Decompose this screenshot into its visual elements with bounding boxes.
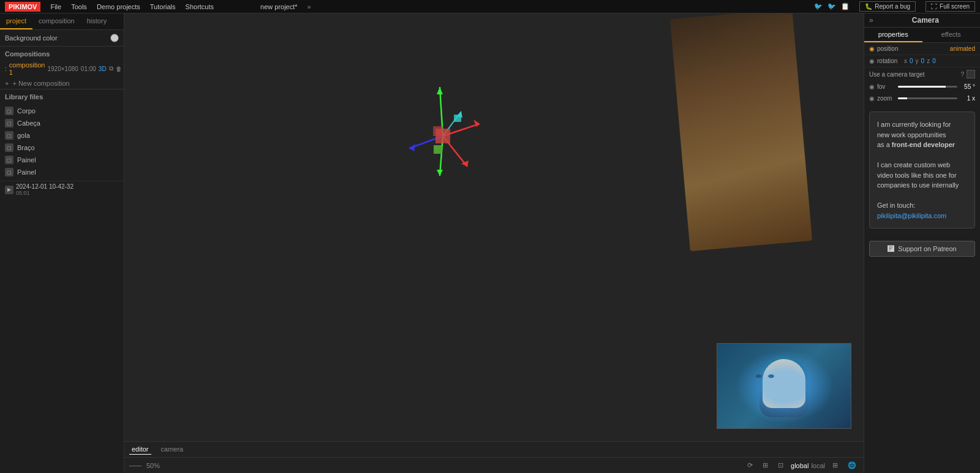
menu-tools[interactable]: Tools [71,3,87,10]
fov-slider[interactable] [898,86,957,88]
social-links: 🐦 🐦 📋 [814,2,850,10]
local-mode-button[interactable]: local [811,462,825,469]
animate-fov-icon[interactable]: ◉ [869,83,875,90]
file-item-duration: 05:01 [16,190,74,196]
new-composition-button[interactable]: + + New composition [0,78,124,89]
animate-position-icon[interactable]: ◉ [869,45,875,52]
list-item[interactable]: ▶ 2024-12-01 10-42-32 05:01 [0,181,124,198]
info-line4: I can create custom web [877,160,967,170]
position-property: ◉ position animated [864,43,980,55]
scene-object-texture [670,13,812,251]
info-contact-label: Get in touch: [877,200,967,211]
info-line5: video tools like this one for [877,170,967,181]
svg-rect-15 [454,115,461,122]
fov-row: ◉ fov 55 ° [864,81,980,93]
rotation-z-value[interactable]: 0 [932,58,936,64]
reset-view-button[interactable]: ⟳ [745,460,755,471]
animate-rotation-icon[interactable]: ◉ [869,58,875,64]
rotation-label: rotation [877,58,902,64]
info-line1: I am currently looking for [877,119,967,130]
zoom-slider[interactable] [898,97,957,99]
zoom-level: 50% [146,462,160,469]
shape-icon: ▢ [5,107,13,115]
report-bug-button[interactable]: 🐛 Report a bug [859,1,916,12]
list-item[interactable]: ▢Cabeça [0,117,124,129]
bg-color-picker[interactable] [110,34,119,42]
shape-icon: ▢ [5,131,13,140]
composition-item[interactable]: : composition 1 1920×1080 01:00 3D ⧉ 🗑 [0,59,124,78]
list-item[interactable]: ▢Painel [0,154,124,166]
list-item[interactable]: ▢Braço [0,142,124,154]
menu-file[interactable]: File [50,3,61,10]
composition-copy[interactable]: ⧉ [109,65,113,72]
tab-editor[interactable]: editor [129,444,151,455]
shape-icon: ▢ [5,119,13,127]
camera-target-checkbox[interactable] [967,70,975,78]
zoom-slider-track: —— [129,462,141,469]
menu-shortcuts[interactable]: Shortcuts [186,3,214,10]
position-label: position [877,45,902,52]
list-item[interactable]: ▢Corpo [0,105,124,117]
tab-composition[interactable]: composition [32,13,81,29]
library-label: Library files [0,89,124,102]
composition-name: composition 1 [9,61,45,76]
add-icon: + [5,80,9,87]
twitter2-icon[interactable]: 🐦 [827,2,836,10]
info-box: I am currently looking for new work oppo… [869,112,975,229]
twitter-icon[interactable]: 🐦 [814,2,823,10]
info-line2: new work opportunities [877,130,967,140]
globe-icon[interactable]: 🌐 [845,460,859,471]
transform-button[interactable]: ⊡ [775,460,786,471]
library-section: Library files ▢Corpo ▢Cabeça ▢gola ▢Braç… [0,89,124,198]
tab-camera[interactable]: camera [159,444,186,455]
grid-icon[interactable]: ⊞ [830,460,840,471]
composition-resolution: 1920×1080 [47,66,78,72]
list-item[interactable]: ▢Painel [0,166,124,178]
snap-button[interactable]: ⊞ [760,460,771,471]
info-line3: as a front-end developer [877,140,967,150]
tab-effects[interactable]: effects [922,28,981,42]
gizmo-widget [406,75,492,185]
fullscreen-button[interactable]: ⛶ Full screen [925,1,975,12]
patreon-button[interactable]: 🅿 Support on Patreon [869,241,975,257]
rotation-property: ◉ rotation x 0 y 0 z 0 [864,55,980,67]
camera-target-help[interactable]: ? [960,71,964,78]
project-title: new project* [260,3,298,10]
right-panel-header: » Camera [864,13,980,28]
global-mode-button[interactable]: global [791,462,809,469]
tab-properties[interactable]: properties [864,28,922,42]
right-panel-tabs: properties effects [864,28,980,43]
file-item-name: 2024-12-01 10-42-32 [16,183,74,190]
zoom-label: zoom [877,95,895,102]
menu-demo[interactable]: Demo projects [97,3,140,10]
camera-target-label: Use a camera target [869,71,958,78]
fov-label: fov [877,83,895,90]
video-icon: ▶ [5,186,13,194]
tab-history[interactable]: history [81,13,113,29]
collapse-button[interactable]: » [307,3,311,10]
menu-tutorials[interactable]: Tutorials [150,3,176,10]
animate-zoom-icon[interactable]: ◉ [869,95,875,102]
svg-rect-13 [433,126,443,136]
info-contact-email[interactable]: pikilipita@pikilipita.com [877,211,967,221]
camera-target-row: Use a camera target ? [864,67,980,81]
file-name: Painel [17,168,36,176]
fullscreen-icon: ⛶ [931,3,937,10]
list-item[interactable]: ▢gola [0,129,124,142]
composition-dimension: 3D [99,66,107,72]
topbar: PIKIMOV File Tools Demo projects Tutoria… [0,0,980,13]
svg-rect-14 [434,145,442,154]
canvas-area[interactable] [124,13,864,441]
position-animated-badge: animated [950,45,975,52]
reddit-icon[interactable]: 📋 [841,2,850,10]
rotation-y-value[interactable]: 0 [921,58,925,64]
composition-delete[interactable]: 🗑 [116,66,122,72]
rotation-x-value[interactable]: 0 [910,58,913,64]
info-line3-bold: front-end developer [892,141,955,148]
info-line6: companies to use internally [877,180,967,191]
zoom-row: ◉ zoom 1 x [864,93,980,104]
fov-value: 55 ° [960,83,975,90]
tab-project[interactable]: project [0,13,32,29]
file-name: Braço [17,144,35,151]
right-collapse-button[interactable]: » [869,16,873,25]
